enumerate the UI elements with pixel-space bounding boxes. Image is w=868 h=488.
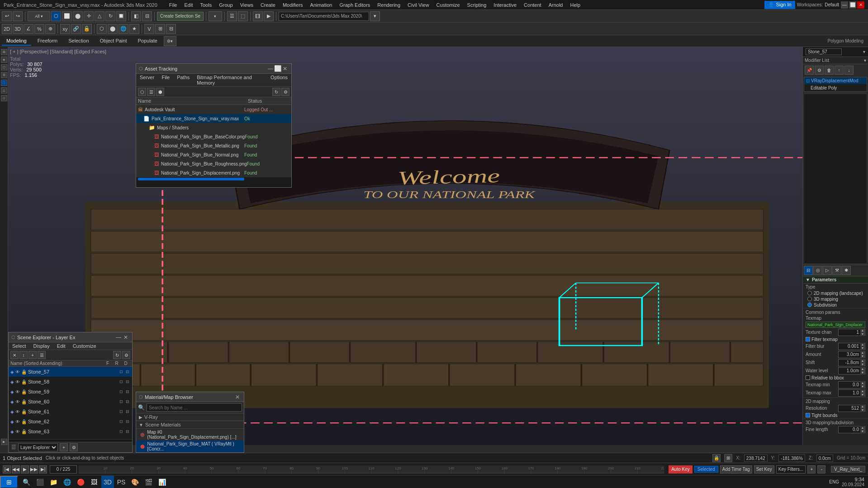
taskbar-browser[interactable]: 🌐 (61, 476, 73, 488)
left-icon-4[interactable]: ☰ (1, 72, 7, 78)
amount-spinbox[interactable]: 3.0cm ▲ ▼ (838, 351, 865, 358)
menu-help[interactable]: Help (566, 0, 584, 10)
tight-bounds-checkbox[interactable] (806, 413, 810, 417)
scene-explorer-close-button[interactable]: ✕ (122, 334, 129, 341)
scene-explorer-min-button[interactable]: — (115, 334, 122, 341)
at-row[interactable]: 🖼 National_Park_Sign_Blue_Roughness.png … (136, 159, 291, 168)
eye-icon[interactable]: 👁 (15, 389, 20, 394)
vray-toolbar-2[interactable]: ⊞ (155, 24, 165, 34)
taskbar-app4[interactable]: 🎬 (142, 476, 155, 488)
coord-lock-button[interactable]: 🔒 (712, 454, 721, 462)
left-icon-bottom[interactable]: ▶ (1, 439, 7, 445)
mb-search-input[interactable] (147, 403, 242, 412)
at-tb3[interactable]: ⬢ (156, 88, 164, 96)
param-icon-4[interactable]: ⚒ (832, 266, 841, 275)
stone-name-input[interactable] (806, 48, 842, 55)
shift-spinbox[interactable]: -1.8cm ▲ ▼ (838, 359, 865, 366)
taskbar-app5[interactable]: 📊 (156, 476, 168, 488)
se-sort-button[interactable]: ↕ (19, 351, 28, 359)
texture-chan-up[interactable]: ▲ (860, 329, 865, 332)
menu-interactive[interactable]: Interactive (490, 0, 520, 10)
scene-explorer-titlebar[interactable]: ⬡ Scene Explorer - Layer Ex — ✕ (9, 332, 132, 342)
lock-icon[interactable]: 🔒 (21, 419, 27, 424)
se-sync-button[interactable]: ↻ (113, 351, 121, 359)
eye-icon[interactable]: 👁 (15, 419, 20, 424)
shift-down[interactable]: ▼ (860, 363, 865, 366)
se-layers-button[interactable]: ☰ (38, 351, 46, 359)
param-icon-1[interactable]: ⊟ (804, 266, 813, 275)
se-settings-button[interactable]: ⚙ (122, 351, 130, 359)
parameters-header[interactable]: ▼ Parameters (803, 276, 868, 284)
at-server[interactable]: Server (136, 74, 158, 86)
named-sel-dropdown[interactable]: ▾ (209, 11, 222, 21)
timeline-spinner-down[interactable]: - (817, 465, 825, 474)
auto-key-button[interactable]: Auto Key (669, 465, 693, 474)
param-icon-3[interactable]: ▷ (823, 266, 832, 275)
fine-length-up[interactable]: ▲ (860, 426, 865, 430)
filter-blur-spinbox[interactable]: 0.001 ▲ ▼ (838, 343, 865, 350)
asset-tracking-titlebar[interactable]: ⬡ Asset Tracking — ⬜ ✕ (136, 64, 291, 74)
taskbar-taskview[interactable]: ⬛ (33, 476, 46, 488)
texmap-min-spinbox[interactable]: 0.0 ▲ ▼ (838, 381, 865, 389)
resolution-down[interactable]: ▼ (860, 408, 865, 412)
snap-button[interactable]: 🔲 (116, 11, 126, 21)
lock-icon[interactable]: 🔒 (21, 399, 27, 404)
taskbar-3dsmax[interactable]: 3D (101, 476, 114, 488)
eye-icon[interactable]: 👁 (15, 409, 20, 414)
at-paths[interactable]: Paths (173, 74, 193, 86)
restore-button[interactable]: ⬜ (849, 1, 856, 9)
timeline-end-button[interactable]: ▶| (39, 465, 47, 474)
snap-3d-button[interactable]: 3D (13, 24, 23, 34)
left-icon-5[interactable]: ⬚ (1, 80, 7, 86)
timeline-ruler[interactable]: 1020304050607080901001101201301401501601… (79, 465, 664, 474)
water-level-spinbox[interactable]: 1.0cm ▲ ▼ (838, 367, 865, 374)
timeline-frame-input[interactable] (50, 465, 77, 474)
amount-down[interactable]: ▼ (860, 355, 865, 358)
material-editor[interactable]: ⬤ (108, 24, 118, 34)
at-close-button[interactable]: ✕ (281, 65, 289, 72)
taskbar-app3[interactable]: 🎨 (128, 476, 141, 488)
timeline-spinner-up[interactable]: + (807, 465, 816, 474)
minimize-button[interactable]: — (841, 1, 848, 9)
lock-icon[interactable]: 🔒 (21, 389, 27, 394)
param-icon-5[interactable]: ✱ (842, 266, 851, 275)
taskbar-ps[interactable]: PS (115, 476, 128, 488)
se-add-layer-button[interactable]: + (60, 443, 68, 451)
window-crossing-button[interactable]: ⬤ (73, 11, 83, 21)
menu-views[interactable]: Views (237, 0, 257, 10)
taskbar-app2[interactable]: 🖼 (88, 476, 100, 488)
relative-bbox-checkbox[interactable] (806, 375, 810, 380)
layer-item[interactable]: ◈ 👁 🔒 Stone_58 ⊡ ⊟ (9, 377, 132, 387)
menu-content[interactable]: Content (520, 0, 545, 10)
taskbar-file-explorer[interactable]: 📁 (47, 476, 60, 488)
mode-extra-button[interactable]: ⚙▾ (164, 36, 176, 46)
se-menu-display[interactable]: Display (30, 342, 53, 350)
timeline-next-button[interactable]: ▶▶ (30, 465, 38, 474)
at-row[interactable]: 🖼 National_Park_Sign_Blue_BaseColor.png … (136, 132, 291, 141)
water-level-down[interactable]: ▼ (860, 371, 865, 374)
down-modifier-button[interactable]: ↓ (844, 66, 854, 75)
at-tb2[interactable]: ☰ (147, 88, 155, 96)
menu-tools[interactable]: Tools (196, 0, 215, 10)
layer-item[interactable]: ◈ 👁 🔒 Stone_61 ⊡ ⊟ (9, 407, 132, 417)
mb-close-button[interactable]: ✕ (234, 393, 241, 401)
spinner-snap-button[interactable]: ⊕ (45, 24, 55, 34)
se-menu-customize[interactable]: Customize (69, 342, 100, 350)
mb-item[interactable]: ⬤ Map #0 (National_Park_Sign_Displacemen… (136, 429, 244, 441)
menu-customize[interactable]: Customize (433, 0, 464, 10)
render-button[interactable]: ▶ (264, 11, 274, 21)
mode-populate[interactable]: Populate (133, 37, 161, 46)
texmap-max-spinbox[interactable]: 1.0 ▲ ▼ (838, 389, 865, 397)
render-environment[interactable]: 🌐 (119, 24, 128, 34)
mode-freeform[interactable]: Freeform (33, 37, 62, 46)
redo-button[interactable]: ↪ (13, 11, 23, 21)
vray-toolbar-3[interactable]: ⊟ (166, 24, 176, 34)
at-row[interactable]: 🖼 National_Park_Sign_Blue_Normal.png Fou… (136, 150, 291, 159)
menu-scripting[interactable]: Scripting (464, 0, 490, 10)
signin-button[interactable]: 👤 Sign In (764, 1, 795, 9)
menu-graph[interactable]: Graph Editors (336, 0, 374, 10)
resolution-up[interactable]: ▲ (860, 405, 865, 408)
mb-item[interactable]: ⬤ National_Park_Sign_Blue_MAT ( VRayMtl … (136, 441, 244, 452)
texmap-min-up[interactable]: ▲ (860, 381, 865, 385)
render-effects[interactable]: ★ (129, 24, 139, 34)
